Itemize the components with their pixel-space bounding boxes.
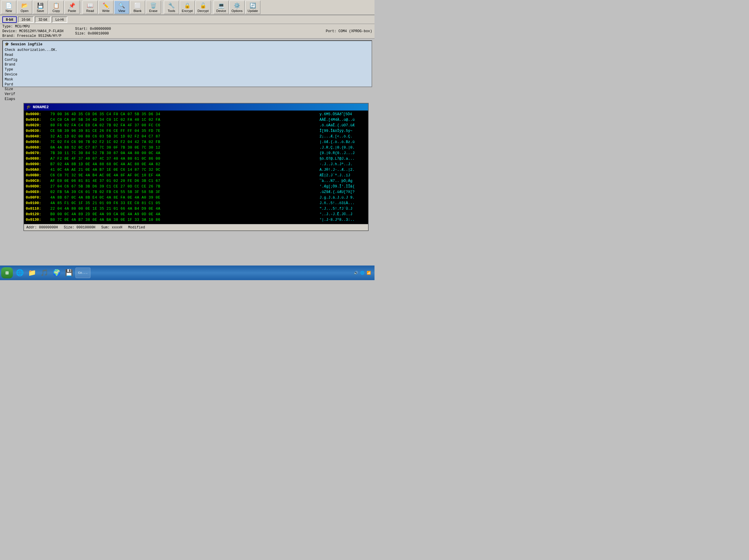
new-button[interactable]: 📄 New xyxy=(1,1,16,14)
hex-row[interactable]: 0x0020: 80 F6 02 FA C4 E0 CA 02 7B 02 FA… xyxy=(26,123,366,128)
hex-ascii: y.6M5.Ö5Äðʺ[5Ö4 xyxy=(320,112,366,117)
hex-status-addr: Addr: 00000000H xyxy=(26,225,58,229)
copy-icon: 📋 xyxy=(53,2,59,9)
hex-ascii: ¯à...N7.. þÖ;Ág xyxy=(320,178,366,184)
log-line-10: Elaps xyxy=(5,97,370,102)
app-background: 🎓 Session logfile Check authorization...… xyxy=(0,39,374,278)
hex-status-sum: Sum: xxxxH xyxy=(101,225,122,229)
hex-addr: 0x0050: xyxy=(26,139,49,145)
media-icon[interactable]: 🎵 xyxy=(39,267,50,278)
hex-bytes: 41 0C 4A AE 21 0E 4A B7 1E 0E C6 14 87 7… xyxy=(50,167,317,173)
decrypt-icon: 🔓 xyxy=(200,2,206,9)
hex-ascii: .ö.úÄàÊ.{.úO7.üÆ xyxy=(320,123,366,128)
hex-row[interactable]: 0x0100: 4A 85 F1 0C 1F 35 21 01 09 F6 33… xyxy=(26,201,366,206)
hex-bytes: 02 FB 5A 39 C6 01 7B 02 FB C6 55 5B 3F 5… xyxy=(50,189,317,195)
hex-ascii: °|.J·8.Jº8..3:.. xyxy=(320,217,366,223)
hex-ascii: Î[99.Î&öÎÿÿ.5ý~ xyxy=(320,128,366,134)
ie-icon[interactable]: 🌐 xyxy=(14,267,25,278)
taskbar: ⊞ 🌐 📁 🎵 🌍 💾 Co... 🔊 🌐 📶 xyxy=(0,266,374,280)
hex-row[interactable]: 0x0030: CE 5B 39 96 39 81 CE 26 F6 CE FF… xyxy=(26,128,366,134)
hex-editor-window[interactable]: 🎓 NONAME2 0x0000: 79 00 36 4D 35 C0 D6 3… xyxy=(23,103,369,231)
write-button[interactable]: ✏️ Write xyxy=(98,1,113,14)
size-info: Size: 0x00010000 xyxy=(75,31,111,36)
hex-addr: 0x0060: xyxy=(26,145,49,151)
log-line-4: Type xyxy=(5,67,370,72)
hex-row[interactable]: 0x0130: B0 7C 0E 4A B7 38 0E 4A BA 38 0E… xyxy=(26,217,366,223)
view-button[interactable]: 🔍 View xyxy=(114,1,129,14)
open-button[interactable]: 📂 Open xyxy=(17,1,32,14)
hex-row[interactable]: 0x0080: A7 F2 0E 4F 37 40 07 4C 37 40 4A… xyxy=(26,156,366,162)
hex-row[interactable]: 0x00C0: AF E0 0E 06 81 81 4E 37 01 02 20… xyxy=(26,178,366,184)
start-button[interactable]: ⊞ xyxy=(1,267,13,278)
save-button[interactable]: 💾 Save xyxy=(33,1,48,14)
log-line-0: Check authorization...OK. xyxy=(5,48,370,53)
update-button[interactable]: 🔄 Update xyxy=(245,1,260,14)
brand-info: Brand: Freescale 9S12HA/HY/P xyxy=(2,34,64,38)
mode-16bit[interactable]: 16-bit xyxy=(18,16,34,23)
sep2 xyxy=(162,1,163,13)
hex-titlebar: 🎓 NONAME2 xyxy=(24,104,368,111)
task-button-1[interactable]: Co... xyxy=(76,268,90,278)
hex-row[interactable]: 0x0040: 32 A1 1D 02 00 80 C6 03 5B 3C 1D… xyxy=(26,134,366,139)
hex-addr: 0x0100: xyxy=(26,201,49,206)
update-icon: 🔄 xyxy=(250,2,256,9)
hex-addr: 0x0000: xyxy=(26,112,49,117)
hex-row[interactable]: 0x0110: 22 04 4A 80 00 0E 1E 35 21 01 66… xyxy=(26,206,366,212)
hex-title-icon: 🎓 xyxy=(26,105,31,109)
app-icon[interactable]: 💾 xyxy=(63,267,74,278)
log-line-7: Pard xyxy=(5,82,370,87)
tools-button[interactable]: 🔧 Tools xyxy=(164,1,179,14)
hex-addr: 0x0090: xyxy=(26,162,49,167)
copy-button[interactable]: 📋 Copy xyxy=(48,1,64,14)
hex-addr: 0x00F0: xyxy=(26,195,49,201)
hex-row[interactable]: 0x00A0: 41 0C 4A AE 21 0E 4A B7 1E 0E C6… xyxy=(26,167,366,173)
hex-status-modified: Modified xyxy=(128,225,145,229)
hex-row[interactable]: 0x00E0: 02 FB 5A 39 C6 01 7B 02 FB C6 55… xyxy=(26,189,366,195)
hex-row[interactable]: 0x0060: 0A 4A 88 52 0C C7 87 7C 30 0F 7B… xyxy=(26,145,366,151)
hex-bytes: CE 5B 39 96 39 81 CE 26 F6 CE FF FF 04 3… xyxy=(50,128,317,134)
hex-content[interactable]: 0x0000: 79 00 36 4D 35 C0 D6 35 C4 F0 CA… xyxy=(24,111,368,224)
mode-8bit[interactable]: 8-bit xyxy=(2,16,17,23)
hex-bytes: 7B 30 11 7C 30 84 52 7B 30 87 0A 4A 80 0… xyxy=(50,151,317,156)
hex-row[interactable]: 0x0090: B7 02 4A 8B 1D 0E 4A 88 68 0C 4A… xyxy=(26,162,366,167)
mode-32bit[interactable]: 32-bit xyxy=(35,16,50,23)
hex-ascii: ".J...5!.fJ´Ù.J xyxy=(320,206,366,212)
read-button[interactable]: 📖 Read xyxy=(83,1,98,14)
hex-row[interactable]: 0x00F0: 4A 8B 67 0C 4A 8B E4 0C 4A 8E FA… xyxy=(26,195,366,201)
hex-bytes: 27 04 C6 67 5B 3B D6 39 C1 CE 27 0D CC C… xyxy=(50,184,317,189)
mode-lohi[interactable]: Lo-Hi xyxy=(52,16,67,23)
chrome-icon[interactable]: 🌍 xyxy=(51,267,62,278)
session-title: 🎓 Session logfile xyxy=(5,42,370,46)
hex-addr: 0x0030: xyxy=(26,128,49,134)
decrypt-button[interactable]: 🔓 Decrypt xyxy=(195,1,211,14)
hex-row[interactable]: 0x00B0: C6 C8 7C 32 9E 4A B4 AC 0E 4A 8F… xyxy=(26,173,366,178)
device-button[interactable]: 💻 Device xyxy=(214,1,229,14)
erase-button[interactable]: 🗑️ Erase xyxy=(146,1,161,14)
hex-bytes: 32 A1 1D 02 00 80 C6 03 5B 3C 1D 02 F2 0… xyxy=(50,134,317,139)
new-icon: 📄 xyxy=(5,2,12,9)
hex-row[interactable]: 0x0050: 7C 02 F4 C6 98 7B 02 F2 1C 02 F2… xyxy=(26,139,366,145)
start-orb: ⊞ xyxy=(5,270,9,275)
log-line-1: Read xyxy=(5,53,370,58)
paste-button[interactable]: 📌 Paste xyxy=(64,1,80,14)
log-line-2: Config xyxy=(5,58,370,63)
hex-row[interactable]: 0x0070: 7B 30 11 7C 30 84 52 7B 30 87 0A… xyxy=(26,151,366,156)
hex-row[interactable]: 0x0120: B0 00 0C 4A 89 2D 0E 4A 99 CA 0E… xyxy=(26,212,366,217)
hex-row[interactable]: 0x0010: C4 C0 CA 0F 5B 34 4D 34 C0 1C 02… xyxy=(26,117,366,123)
hex-bytes: B0 00 0C 4A 89 2D 0E 4A 99 CA 0E 4A A9 0… xyxy=(50,212,317,217)
log-line-6: Mask xyxy=(5,77,370,82)
hex-row[interactable]: 0x0000: 79 00 36 4D 35 C0 D6 35 C4 F0 CA… xyxy=(26,112,366,117)
hex-ascii: °..J.-J.Ê.J©..J xyxy=(320,212,366,217)
hex-bytes: C6 C8 7C 32 9E 4A B4 AC 0E 4A 8F AF 0C 1… xyxy=(50,173,317,178)
explorer-icon[interactable]: 📁 xyxy=(26,267,38,278)
blank-button[interactable]: ⬜ Blank xyxy=(130,1,145,14)
log-line-5: Device xyxy=(5,72,370,77)
log-line-9: Verif xyxy=(5,92,370,97)
hex-row[interactable]: 0x00D0: 27 04 C6 67 5B 3B D6 39 C1 CE 27… xyxy=(26,184,366,189)
view-icon: 🔍 xyxy=(119,2,125,9)
hex-bytes: 7C 02 F4 C6 98 7B 02 F2 1C 02 F2 04 42 7… xyxy=(50,139,317,145)
encrypt-button[interactable]: 🔒 Encrypt xyxy=(180,1,195,14)
hex-bytes: AF E0 0E 06 81 81 4E 37 01 02 20 FE D6 3… xyxy=(50,178,317,184)
hex-ascii: J.ñ..5!..ö3îÀ... xyxy=(320,201,366,206)
options-button[interactable]: ⚙️ Options xyxy=(229,1,244,14)
